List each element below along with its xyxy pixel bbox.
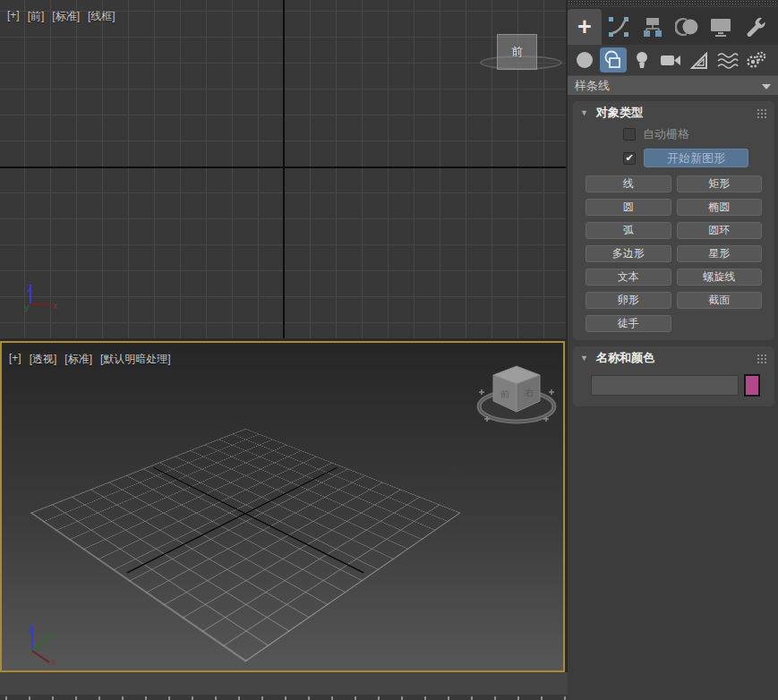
autogrid-label: 自动栅格 (643, 126, 689, 142)
front-viewport-label: [+] [前] [标准] [线框] (7, 9, 115, 24)
front-grid-axis-horizontal (0, 166, 566, 168)
shape-button-ellipse[interactable]: 椭圆 (677, 199, 763, 216)
shape-button-freehand[interactable]: 徒手 (586, 315, 671, 332)
command-panel: + (568, 0, 778, 700)
shape-button-helix[interactable]: 螺旋线 (677, 269, 763, 286)
tab-hierarchy[interactable] (636, 9, 670, 45)
name-color-row (573, 369, 774, 398)
viewport-front[interactable]: [+] [前] [标准] [线框] 前 Z x y (0, 0, 566, 338)
rollout-object-type: ▼ 对象类型 自动栅格 ✔ 开始新图形 线 矩形 圆 椭圆 弧 圆环 多边形 星… (573, 101, 774, 340)
shape-button-rectangle[interactable]: 矩形 (677, 175, 763, 192)
motion-icon (675, 16, 698, 38)
perspective-viewport-label: [+] [透视] [标准] [默认明暗处理] (9, 352, 171, 367)
lightbulb-icon (632, 50, 652, 70)
shape-category-dropdown[interactable]: 样条线 (568, 75, 778, 95)
application-window: [+] [前] [标准] [线框] 前 Z x y [+] [透视] [标准] … (0, 0, 778, 700)
category-systems[interactable] (743, 47, 770, 73)
start-new-shape-row: ✔ 开始新图形 (623, 149, 774, 167)
rollout-object-type-header[interactable]: ▼ 对象类型 (573, 101, 774, 124)
chevron-down-icon (762, 84, 771, 90)
shape-button-section[interactable]: 截面 (677, 292, 763, 309)
command-panel-tabs: + (568, 7, 778, 45)
collapse-triangle-icon: ▼ (580, 354, 588, 363)
viewcube-face-right-label: 右 (525, 388, 534, 397)
dropdown-value: 样条线 (575, 78, 610, 94)
plus-icon: + (577, 15, 592, 39)
viewport-standard-menu[interactable]: [标准] (64, 352, 92, 367)
tab-modify[interactable] (602, 9, 636, 45)
shape-buttons-grid: 线 矩形 圆 椭圆 弧 圆环 多边形 星形 文本 螺旋线 卵形 截面 徒手 (573, 175, 774, 332)
shape-button-star[interactable]: 星形 (677, 245, 763, 262)
viewport-menu-button[interactable]: [+] (9, 352, 21, 367)
create-categories (568, 45, 778, 75)
hierarchy-icon (642, 16, 663, 38)
axis-z-label: Z (28, 624, 34, 635)
viewport-view-menu[interactable]: [透视] (30, 352, 57, 367)
geometry-sphere-icon (575, 50, 594, 70)
axis-x-label: x (53, 300, 58, 311)
shape-button-line[interactable]: 线 (586, 175, 671, 192)
axis-y-label: y (24, 302, 30, 312)
camera-icon (659, 50, 682, 70)
tab-display[interactable] (704, 9, 738, 45)
axis-y-label: y (54, 626, 59, 636)
perspective-axis-tripod: Z y x (20, 619, 66, 667)
category-space-warps[interactable] (714, 47, 741, 73)
modify-icon (608, 16, 629, 38)
viewport-shading-menu[interactable]: [默认明暗处理] (100, 352, 171, 367)
gears-icon (745, 50, 768, 70)
shape-button-circle[interactable]: 圆 (586, 199, 671, 216)
viewcube-face-front-label: 前 (500, 389, 509, 399)
object-name-input[interactable] (591, 375, 739, 396)
viewport-menu-button[interactable]: [+] (7, 9, 20, 24)
category-lights[interactable] (628, 47, 655, 73)
rollout-grip-icon[interactable] (757, 108, 767, 118)
display-icon (709, 16, 732, 38)
rollout-name-color-header[interactable]: ▼ 名称和颜色 (573, 346, 774, 369)
rollout-title: 对象类型 (596, 105, 643, 121)
category-helpers[interactable] (686, 47, 713, 73)
wrench-icon (743, 15, 766, 38)
start-new-shape-checkbox[interactable]: ✔ (623, 152, 636, 165)
shape-button-ngon[interactable]: 多边形 (586, 245, 671, 262)
viewcube-3d[interactable]: 前 右 (474, 358, 563, 431)
viewcube-front-face[interactable]: 前 (497, 34, 537, 70)
category-cameras[interactable] (657, 47, 684, 73)
panel-drag-handle[interactable] (568, 0, 778, 5)
viewport-perspective-active[interactable]: [+] [透视] [标准] [默认明暗处理] 前 右 Z y x (0, 341, 565, 672)
object-color-swatch[interactable] (744, 374, 760, 397)
axis-x-label: x (51, 656, 56, 667)
tab-motion[interactable] (670, 9, 704, 45)
category-shapes[interactable] (600, 47, 627, 73)
tab-create[interactable]: + (568, 9, 602, 45)
tab-utilities[interactable] (738, 9, 772, 45)
set-square-icon (688, 50, 710, 70)
shape-button-arc[interactable]: 弧 (586, 222, 671, 239)
waves-icon (716, 50, 740, 70)
shapes-icon (603, 50, 623, 70)
autogrid-row[interactable]: 自动栅格 (623, 126, 774, 142)
shape-button-text[interactable]: 文本 (586, 269, 671, 286)
viewport-standard-menu[interactable]: [标准] (52, 9, 80, 24)
rollout-name-and-color: ▼ 名称和颜色 (573, 346, 774, 406)
category-geometry[interactable] (571, 47, 598, 73)
front-grid-axis-vertical (283, 0, 285, 338)
rollout-grip-icon[interactable] (757, 354, 767, 363)
shape-button-donut[interactable]: 圆环 (677, 222, 763, 239)
shape-button-egg[interactable]: 卵形 (586, 292, 671, 309)
collapse-triangle-icon: ▼ (580, 108, 588, 117)
axis-z-label: Z (27, 283, 33, 294)
front-axis-tripod: Z x y (20, 279, 61, 319)
autogrid-checkbox[interactable] (623, 128, 636, 141)
perspective-ground-grid (30, 429, 461, 662)
viewport-shading-menu[interactable]: [线框] (88, 9, 115, 24)
start-new-shape-button[interactable]: 开始新图形 (644, 149, 748, 167)
rollout-title: 名称和颜色 (596, 350, 654, 366)
viewport-view-menu[interactable]: [前] (28, 9, 45, 24)
